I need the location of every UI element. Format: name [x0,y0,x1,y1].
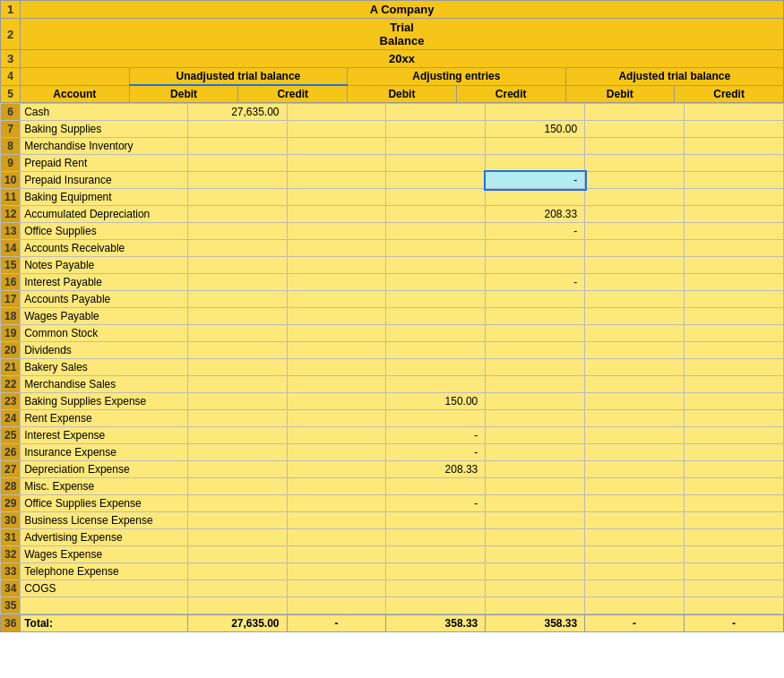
adj-credit-cell[interactable] [486,138,585,155]
unadj-debit-cell[interactable] [187,461,287,478]
unadj-credit-cell[interactable] [287,461,386,478]
adj-credit-cell[interactable] [486,427,585,444]
unadj-credit-cell[interactable] [287,393,386,410]
adj-debit-cell[interactable] [386,529,486,546]
atb-credit-cell[interactable] [685,138,784,155]
atb-credit-cell[interactable] [685,121,784,138]
atb-debit-cell[interactable] [585,189,685,206]
adj-credit-cell[interactable]: 150.00 [486,121,585,138]
adj-credit-cell[interactable] [486,240,585,257]
adj-credit-cell[interactable] [486,410,585,427]
atb-debit-cell[interactable] [585,512,685,529]
account-cell[interactable]: Wages Payable [21,308,187,325]
account-cell[interactable]: Advertising Expense [21,529,187,546]
unadj-credit-cell[interactable] [287,478,386,495]
unadj-debit-cell[interactable] [187,206,287,223]
atb-debit-cell[interactable] [585,461,685,478]
adj-credit-cell[interactable] [486,308,585,325]
adj-debit-cell[interactable] [386,410,486,427]
atb-credit-cell[interactable] [685,580,784,597]
unadj-debit-cell[interactable] [187,257,287,274]
unadj-credit-cell[interactable] [287,155,386,172]
account-cell[interactable]: Insurance Expense [21,444,187,461]
adj-credit-cell[interactable] [486,291,585,308]
unadj-credit-cell[interactable] [287,104,386,121]
account-cell[interactable]: Merchandise Sales [21,376,187,393]
adj-debit-cell[interactable] [386,308,486,325]
unadj-debit-cell[interactable] [187,427,287,444]
atb-credit-cell[interactable] [685,189,784,206]
atb-credit-cell[interactable] [685,410,784,427]
atb-debit-cell[interactable] [585,308,685,325]
unadj-debit-cell[interactable] [187,274,287,291]
adj-debit-cell[interactable] [386,172,486,189]
unadj-credit-cell[interactable] [287,206,386,223]
unadj-credit-cell[interactable] [287,376,386,393]
account-cell[interactable]: Accumulated Depreciation [21,206,187,223]
adj-credit-cell[interactable] [486,325,585,342]
unadj-credit-cell[interactable] [287,223,386,240]
adj-credit-cell[interactable] [486,495,585,512]
unadj-credit-cell[interactable] [287,512,386,529]
adj-debit-cell[interactable] [386,342,486,359]
unadj-debit-cell[interactable] [187,172,287,189]
atb-debit-cell[interactable] [585,104,685,121]
atb-credit-cell[interactable] [685,206,784,223]
atb-credit-cell[interactable] [685,342,784,359]
adj-debit-cell[interactable] [386,223,486,240]
account-cell[interactable]: Prepaid Insurance [21,172,187,189]
unadj-credit-cell[interactable] [287,563,386,580]
atb-credit-cell[interactable] [685,291,784,308]
unadj-debit-cell[interactable] [187,393,287,410]
unadj-debit-cell[interactable] [187,155,287,172]
account-cell[interactable]: Business License Expense [21,512,187,529]
unadj-credit-cell[interactable] [287,342,386,359]
adj-debit-cell[interactable] [386,359,486,376]
adj-credit-cell[interactable]: - [486,274,585,291]
adj-debit-cell[interactable] [386,189,486,206]
adj-debit-cell[interactable] [386,546,486,563]
adj-credit-cell[interactable] [486,155,585,172]
unadj-credit-cell[interactable] [287,427,386,444]
adj-credit-cell[interactable] [486,563,585,580]
account-cell[interactable]: Baking Supplies Expense [21,393,187,410]
atb-credit-cell[interactable] [685,444,784,461]
atb-credit-cell[interactable] [685,563,784,580]
adj-credit-cell[interactable] [486,512,585,529]
unadj-credit-cell[interactable] [287,138,386,155]
atb-debit-cell[interactable] [585,172,685,189]
adj-debit-cell[interactable] [386,121,486,138]
adj-debit-cell[interactable] [386,206,486,223]
adj-debit-cell[interactable] [386,257,486,274]
unadj-debit-cell[interactable] [187,478,287,495]
unadj-debit-cell[interactable] [187,308,287,325]
atb-credit-cell[interactable] [685,155,784,172]
unadj-debit-cell[interactable] [187,512,287,529]
atb-credit-cell[interactable] [685,393,784,410]
unadj-debit-cell[interactable] [187,580,287,597]
unadj-credit-cell[interactable] [287,121,386,138]
atb-debit-cell[interactable] [585,206,685,223]
unadj-debit-cell[interactable] [187,240,287,257]
adj-credit-cell[interactable] [486,189,585,206]
adj-debit-cell[interactable] [386,512,486,529]
adj-credit-cell[interactable]: 208.33 [486,206,585,223]
unadj-credit-cell[interactable] [287,546,386,563]
account-cell[interactable]: Telephone Expense [21,563,187,580]
adj-debit-cell[interactable] [386,155,486,172]
adj-debit-cell[interactable] [386,325,486,342]
adj-credit-cell[interactable] [486,393,585,410]
account-cell[interactable]: Interest Payable [21,274,187,291]
account-cell[interactable]: Merchandise Inventory [21,138,187,155]
adj-credit-cell[interactable] [486,257,585,274]
atb-credit-cell[interactable] [685,529,784,546]
adj-credit-cell[interactable]: - [486,172,585,189]
adj-credit-cell[interactable] [486,461,585,478]
unadj-debit-cell[interactable] [187,121,287,138]
adj-debit-cell[interactable] [386,580,486,597]
unadj-debit-cell[interactable] [187,291,287,308]
unadj-credit-cell[interactable] [287,189,386,206]
adj-debit-cell[interactable] [386,104,486,121]
adj-debit-cell[interactable] [386,274,486,291]
account-cell[interactable]: Baking Supplies [21,121,187,138]
